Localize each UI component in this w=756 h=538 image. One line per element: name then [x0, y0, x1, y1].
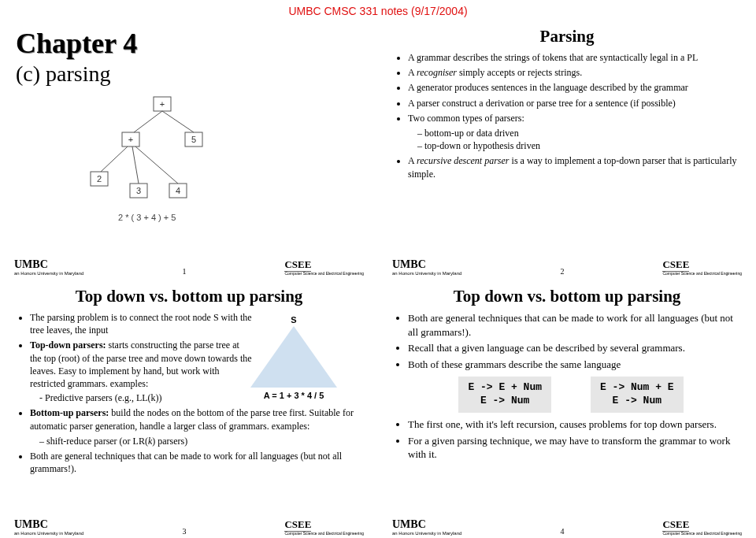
page-number: 1	[182, 267, 186, 276]
bullet-list: The first one, with it's left recursion,…	[394, 417, 740, 462]
bullet: Bottom-up parsers: build the nodes on th…	[30, 406, 362, 447]
chapter-title: Chapter 4	[16, 27, 362, 60]
bullet-list: Bottom-up parsers: build the nodes on th…	[16, 406, 362, 475]
umbc-logo: UMBC	[392, 258, 426, 270]
umbc-logo: UMBC	[14, 518, 48, 530]
tree-node: 3	[136, 186, 141, 195]
sub-bullet: shift-reduce parser (or LR(k) parsers)	[39, 435, 362, 447]
bullet: A recogniser simply accepts or rejects s…	[408, 66, 740, 79]
svg-line-8	[101, 147, 128, 172]
csee-sub: Computer Science and Electrical Engineer…	[284, 531, 364, 536]
bullet: A generator produces sentences in the la…	[408, 81, 740, 94]
bullet: For a given parsing technique, we may ha…	[408, 434, 740, 462]
tree-caption: 2 * ( 3 + 4 ) + 5	[118, 213, 362, 222]
sub-bullet: bottom-up or data driven	[417, 127, 740, 139]
bullet: A grammar describes the strings of token…	[408, 51, 740, 64]
slide-title: Parsing	[394, 27, 740, 46]
grammar-rule: E -> Num	[468, 395, 542, 408]
umbc-sub: an Honors University in Maryland	[392, 271, 461, 276]
sub-bullet: top-down or hypothesis driven	[417, 139, 740, 152]
page-number: 4	[560, 527, 564, 536]
bullet: Two common types of parsers: bottom-up o…	[408, 112, 740, 153]
triangle-icon	[250, 326, 337, 388]
triangle-bottom-label: A = 1 + 3 * 4 / 5	[243, 391, 345, 400]
grammar-rule: E -> Num + E	[600, 381, 674, 395]
csee-logo: CSEE	[662, 518, 689, 532]
slide-title: Top down vs. bottom up parsing	[394, 287, 740, 306]
csee-sub: Computer Science and Electrical Engineer…	[662, 531, 742, 536]
tree-node: +	[128, 135, 133, 144]
page-header: UMBC CMSC 331 notes (9/17/2004)	[0, 0, 756, 19]
parse-tree-diagram: + + 5 2 3 4	[79, 93, 252, 211]
umbc-logo: UMBC	[392, 518, 426, 530]
grammar-box-left: E -> E + Num E -> Num	[458, 377, 551, 413]
tree-node: 2	[97, 174, 102, 184]
umbc-sub: an Honors University in Maryland	[14, 531, 83, 536]
sub-bullet: Predictive parsers (e.g., LL(k))	[39, 391, 252, 404]
slide-title: Top down vs. bottom up parsing	[16, 287, 362, 306]
grammar-box-right: E -> Num + E E -> Num	[591, 377, 684, 413]
bullet: The first one, with it's left recursion,…	[408, 417, 740, 432]
bullet: A recursive descent parser is a way to i…	[408, 154, 740, 180]
page-number: 3	[182, 527, 186, 536]
triangle-diagram: S A = 1 + 3 * 4 / 5	[243, 315, 345, 400]
slide-1: Chapter 4 (c) parsing + + 5 2 3	[0, 19, 378, 279]
svg-line-7	[162, 111, 194, 132]
tree-node: +	[160, 99, 165, 109]
slide-2: Parsing A grammar describes the strings …	[378, 19, 756, 279]
bullet: Recall that a given language can be desc…	[408, 341, 740, 355]
svg-line-9	[132, 147, 139, 184]
triangle-top-label: S	[243, 315, 345, 325]
tree-node: 4	[176, 186, 180, 195]
slide-grid: Chapter 4 (c) parsing + + 5 2 3	[0, 19, 756, 538]
umbc-sub: an Honors University in Maryland	[14, 271, 83, 276]
grammar-rule: E -> E + Num	[468, 381, 542, 395]
svg-line-6	[134, 111, 162, 132]
slide-4: Top down vs. bottom up parsing Both are …	[378, 279, 756, 538]
bullet: Both are general techniques that can be …	[30, 450, 362, 475]
csee-sub: Computer Science and Electrical Engineer…	[284, 271, 364, 276]
csee-logo: CSEE	[662, 258, 689, 272]
slide-3: Top down vs. bottom up parsing S A = 1 +…	[0, 279, 378, 538]
csee-logo: CSEE	[284, 258, 311, 272]
svg-line-10	[135, 147, 178, 184]
csee-sub: Computer Science and Electrical Engineer…	[662, 271, 742, 276]
bullet: Both are general techniques that can be …	[408, 311, 740, 339]
bullet-list: A grammar describes the strings of token…	[394, 51, 740, 180]
bullet: A parser construct a derivation or parse…	[408, 97, 740, 109]
page-number: 2	[560, 267, 564, 276]
bullet: Top-down parsers: starts constructing th…	[30, 339, 252, 404]
csee-logo: CSEE	[284, 518, 311, 532]
grammar-rule: E -> Num	[600, 395, 674, 408]
tree-node: 5	[191, 135, 196, 144]
umbc-logo: UMBC	[14, 258, 48, 270]
bullet-list: Both are general techniques that can be …	[394, 311, 740, 371]
chapter-subtitle: (c) parsing	[16, 61, 362, 87]
bullet: The parsing problem is to connect the ro…	[30, 311, 252, 336]
bullet: Both of these grammars describe the same…	[408, 358, 740, 372]
umbc-sub: an Honors University in Maryland	[392, 531, 461, 536]
